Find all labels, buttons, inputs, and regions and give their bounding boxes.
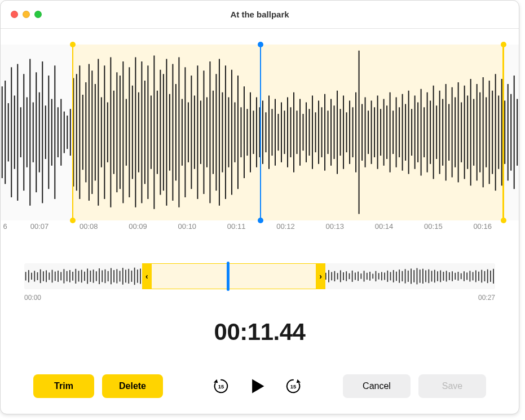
- voice-memo-edit-window: At the ballpark 6 00:0700:0800:0900:1000…: [0, 0, 519, 414]
- minimize-window-button[interactable]: [23, 11, 30, 18]
- svg-marker-327: [213, 379, 218, 383]
- timeline-tick: 00:13: [325, 222, 344, 231]
- overview-playhead[interactable]: [227, 262, 230, 291]
- overview-end-time: 00:27: [478, 294, 495, 302]
- svg-marker-330: [296, 379, 301, 383]
- detail-waveform[interactable]: 6 00:0700:0800:0900:1000:1100:1200:1300:…: [1, 45, 519, 231]
- timeline-tick: 00:14: [375, 222, 394, 231]
- overview-waveform[interactable]: ‹ ›: [24, 263, 495, 289]
- timeline-tick: 00:08: [80, 222, 98, 231]
- overview-start-time: 00:00: [24, 294, 41, 302]
- play-button-icon[interactable]: [248, 377, 266, 395]
- overview-trim-handle-right[interactable]: ›: [316, 263, 325, 289]
- overview-trim-handle-left[interactable]: ‹: [142, 263, 151, 289]
- timeline-tick: 00:16: [473, 222, 492, 231]
- timeline-ruler: 6 00:0700:0800:0900:1000:1100:1200:1300:…: [1, 222, 519, 233]
- save-button[interactable]: Save: [418, 374, 486, 398]
- trim-button[interactable]: Trim: [33, 374, 94, 398]
- transport-controls: 15 15: [171, 377, 343, 395]
- zoom-window-button[interactable]: [34, 11, 42, 18]
- trim-handle-right[interactable]: [503, 45, 504, 220]
- delete-button[interactable]: Delete: [102, 374, 163, 398]
- edit-toolbar: Trim Delete 15 15 Cancel Save: [1, 374, 519, 398]
- timeline-tick-partial: 6: [3, 222, 7, 231]
- timeline-tick: 00:15: [424, 222, 443, 231]
- timeline-tick: 00:07: [30, 222, 49, 231]
- cancel-button[interactable]: Cancel: [343, 374, 411, 398]
- svg-marker-329: [252, 379, 264, 394]
- titlebar: At the ballpark: [1, 1, 519, 29]
- playhead[interactable]: [260, 45, 261, 220]
- svg-text:15: 15: [218, 383, 223, 390]
- timeline-tick: 00:09: [129, 222, 147, 231]
- overview-trim-range: [151, 263, 316, 289]
- skip-back-15-icon[interactable]: 15: [212, 377, 230, 395]
- recording-title: At the ballpark: [1, 10, 519, 19]
- close-window-button[interactable]: [11, 11, 18, 18]
- overview-time-labels: 00:00 00:27: [24, 294, 495, 302]
- timeline-tick: 00:12: [276, 222, 295, 231]
- skip-forward-15-icon[interactable]: 15: [284, 377, 302, 395]
- timeline-tick: 00:10: [178, 222, 197, 231]
- current-time-display: 00:11.44: [1, 319, 519, 346]
- timeline-tick: 00:11: [227, 222, 246, 231]
- svg-text:15: 15: [290, 383, 295, 390]
- trim-handle-left[interactable]: [72, 45, 73, 220]
- window-controls: [11, 11, 42, 18]
